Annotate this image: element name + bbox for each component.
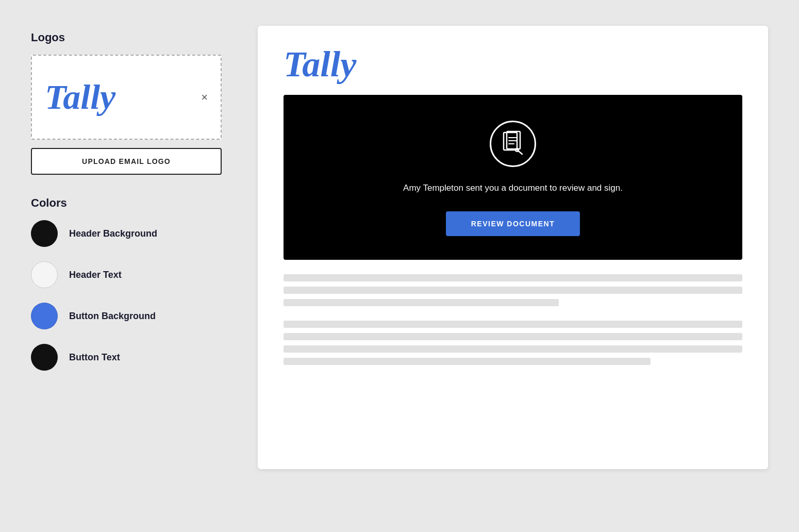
left-panel: Logos Tally × UPLOAD EMAIL LOGO Colors H… [31, 26, 237, 385]
remove-logo-button[interactable]: × [201, 92, 208, 103]
skeleton-line [284, 321, 742, 328]
color-item-header-text[interactable]: Header Text [31, 261, 237, 288]
review-document-button[interactable]: REVIEW DOCUMENT [446, 211, 580, 236]
button-background-label: Button Background [69, 311, 156, 322]
email-message-text: Amy Templeton sent you a document to rev… [403, 181, 623, 195]
skeleton-line [284, 274, 742, 281]
skeleton-line [284, 358, 651, 365]
header-background-swatch[interactable] [31, 220, 58, 247]
email-preview-panel: Tally Amy Templeton sent you a document … [258, 26, 768, 469]
email-header-block: Amy Templeton sent you a document to rev… [284, 95, 742, 260]
button-text-swatch[interactable] [31, 344, 58, 371]
color-item-button-text[interactable]: Button Text [31, 344, 237, 371]
skeleton-line [284, 287, 742, 294]
header-background-label: Header Background [69, 228, 157, 239]
document-sign-icon [500, 130, 526, 157]
header-text-swatch[interactable] [31, 261, 58, 288]
skeleton-line [284, 299, 559, 306]
email-logo: Tally [284, 46, 742, 82]
skeleton-group-2 [284, 321, 742, 365]
skeleton-line [284, 345, 742, 353]
colors-section: Colors Header Background Header Text But… [31, 196, 237, 371]
logos-section-title: Logos [31, 31, 237, 44]
logo-preview-box: Tally × [31, 55, 222, 140]
skeleton-line [284, 333, 742, 340]
document-icon-circle [490, 121, 536, 167]
color-item-button-background[interactable]: Button Background [31, 303, 237, 329]
color-item-header-background[interactable]: Header Background [31, 220, 237, 247]
button-text-label: Button Text [69, 352, 120, 363]
header-text-label: Header Text [69, 270, 122, 280]
button-background-swatch[interactable] [31, 303, 58, 329]
skeleton-group-1 [284, 274, 742, 306]
logo-text-preview: Tally [45, 77, 115, 118]
colors-section-title: Colors [31, 196, 237, 210]
upload-email-logo-button[interactable]: UPLOAD EMAIL LOGO [31, 148, 222, 175]
